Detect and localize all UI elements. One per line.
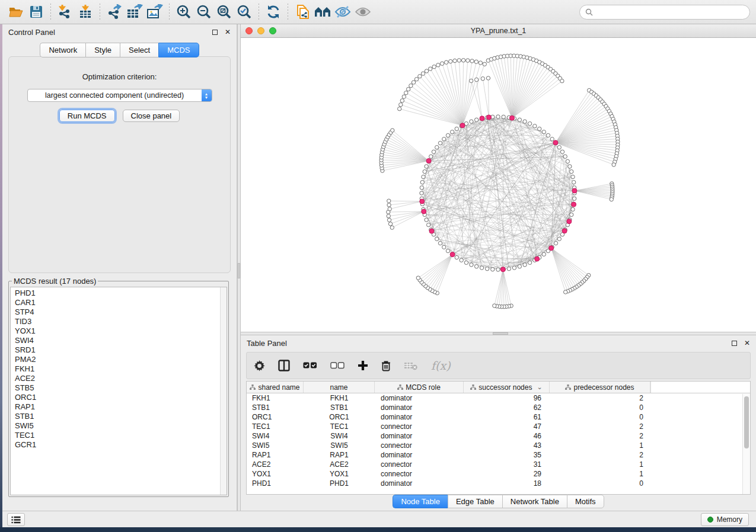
graph-hub-node[interactable] xyxy=(567,219,572,224)
graph-node[interactable] xyxy=(571,207,575,211)
graph-hub-node[interactable] xyxy=(562,229,567,233)
table-cell[interactable]: SWI5 xyxy=(247,441,304,450)
column-header-successor-nodes[interactable]: successor nodes⌄ xyxy=(464,382,550,393)
graph-leaf-node[interactable] xyxy=(483,62,486,66)
graph-node[interactable] xyxy=(432,150,435,153)
table-cell[interactable]: TEC1 xyxy=(304,422,375,431)
graph-node[interactable] xyxy=(438,141,442,145)
zoom-fit-icon[interactable] xyxy=(214,2,234,21)
mcds-list-scrollbar[interactable] xyxy=(220,287,227,495)
table-cell[interactable]: 0 xyxy=(550,479,650,488)
criterion-select[interactable]: largest connected component (undirected)… xyxy=(27,89,212,102)
search-box[interactable] xyxy=(579,5,750,20)
graph-leaf-node[interactable] xyxy=(388,207,391,211)
graph-leaf-node[interactable] xyxy=(449,59,452,63)
table-cell[interactable]: dominator xyxy=(375,451,464,459)
graph-leaf-node[interactable] xyxy=(564,290,567,294)
table-cell[interactable]: connector xyxy=(375,470,464,478)
mcds-result-item[interactable]: STP4 xyxy=(15,307,227,317)
export-image-icon[interactable] xyxy=(145,2,165,21)
graph-leaf-node[interactable] xyxy=(481,77,484,81)
scrollbar-thumb[interactable] xyxy=(744,396,749,448)
graph-node[interactable] xyxy=(423,169,426,173)
graph-node[interactable] xyxy=(570,213,573,216)
graph-leaf-node[interactable] xyxy=(436,63,440,67)
tab-style[interactable]: Style xyxy=(85,43,120,57)
graph-node[interactable] xyxy=(557,237,561,241)
network-canvas[interactable] xyxy=(241,38,756,331)
graph-leaf-node[interactable] xyxy=(387,199,391,203)
table-cell[interactable]: PHD1 xyxy=(247,479,304,488)
graph-hub-node[interactable] xyxy=(480,116,484,121)
graph-node[interactable] xyxy=(429,155,433,158)
mcds-result-item[interactable]: PHD1 xyxy=(15,289,227,298)
table-row[interactable]: SWI4SWI4dominator462 xyxy=(247,431,750,441)
mcds-result-item[interactable]: STB5 xyxy=(15,383,227,393)
graph-node[interactable] xyxy=(425,218,428,222)
graph-node[interactable] xyxy=(460,258,463,262)
graph-leaf-node[interactable] xyxy=(612,163,615,166)
graph-leaf-node[interactable] xyxy=(461,59,465,62)
memory-button[interactable]: Memory xyxy=(701,513,749,526)
table-cell[interactable]: YOX1 xyxy=(247,470,304,478)
graph-node[interactable] xyxy=(425,165,428,168)
graph-leaf-node[interactable] xyxy=(391,129,394,132)
table-cell[interactable]: 35 xyxy=(464,451,550,459)
tab-network-table[interactable]: Network Table xyxy=(502,495,567,508)
graph-node[interactable] xyxy=(446,133,449,137)
table-cell[interactable]: connector xyxy=(375,460,464,469)
graph-leaf-node[interactable] xyxy=(397,107,401,110)
graph-node[interactable] xyxy=(435,145,439,149)
graph-hub-node[interactable] xyxy=(429,229,434,233)
graph-hub-node[interactable] xyxy=(572,202,576,207)
float-panel-icon[interactable] xyxy=(212,30,218,35)
splitter-grip[interactable] xyxy=(238,263,240,278)
first-neighbors-icon[interactable] xyxy=(312,2,333,21)
table-cell[interactable]: RAP1 xyxy=(304,451,375,459)
graph-node[interactable] xyxy=(491,267,495,271)
graph-leaf-node[interactable] xyxy=(416,276,420,280)
graph-node[interactable] xyxy=(568,165,572,168)
graph-leaf-node[interactable] xyxy=(406,87,410,91)
table-row[interactable]: FKH1FKH1dominator962 xyxy=(247,393,750,403)
graph-node[interactable] xyxy=(435,237,439,241)
graph-node[interactable] xyxy=(546,133,550,137)
table-cell[interactable]: 2 xyxy=(550,394,650,402)
graph-node[interactable] xyxy=(446,249,449,252)
table-cell[interactable]: 46 xyxy=(464,432,550,440)
graph-node[interactable] xyxy=(474,118,478,121)
graph-node[interactable] xyxy=(518,265,521,268)
graph-leaf-node[interactable] xyxy=(453,59,457,62)
graph-node[interactable] xyxy=(512,266,516,270)
graph-leaf-node[interactable] xyxy=(469,79,473,82)
table-cell[interactable]: 43 xyxy=(464,441,550,450)
graph-hub-node[interactable] xyxy=(572,188,577,193)
table-cell[interactable]: 18 xyxy=(464,479,550,488)
graph-node[interactable] xyxy=(554,241,557,245)
graph-node[interactable] xyxy=(422,175,425,178)
zoom-in-icon[interactable] xyxy=(174,2,194,21)
import-table-icon[interactable] xyxy=(75,2,95,21)
delete-column-icon[interactable] xyxy=(381,357,391,374)
search-input[interactable] xyxy=(596,7,744,17)
graph-hub-node[interactable] xyxy=(553,140,558,145)
mcds-result-item[interactable]: ACE2 xyxy=(15,374,227,383)
graph-leaf-node[interactable] xyxy=(429,67,432,70)
graph-leaf-node[interactable] xyxy=(387,214,390,218)
graph-leaf-node[interactable] xyxy=(387,218,391,222)
network-graph[interactable] xyxy=(241,38,756,331)
graph-leaf-node[interactable] xyxy=(425,69,428,73)
table-settings-gear-icon[interactable] xyxy=(254,357,265,374)
new-network-from-selection-icon[interactable] xyxy=(292,2,312,21)
graph-leaf-node[interactable] xyxy=(444,60,448,64)
graph-leaf-node[interactable] xyxy=(412,81,415,84)
mcds-result-item[interactable]: PMA2 xyxy=(15,355,227,364)
graph-node[interactable] xyxy=(542,252,546,256)
graph-leaf-node[interactable] xyxy=(560,79,564,83)
graph-node[interactable] xyxy=(455,255,458,259)
table-cell[interactable]: connector xyxy=(375,422,464,431)
table-cell[interactable]: FKH1 xyxy=(304,394,375,402)
table-cell[interactable]: ORC1 xyxy=(247,413,304,421)
graph-hub-node[interactable] xyxy=(510,116,515,120)
graph-node[interactable] xyxy=(550,137,554,141)
